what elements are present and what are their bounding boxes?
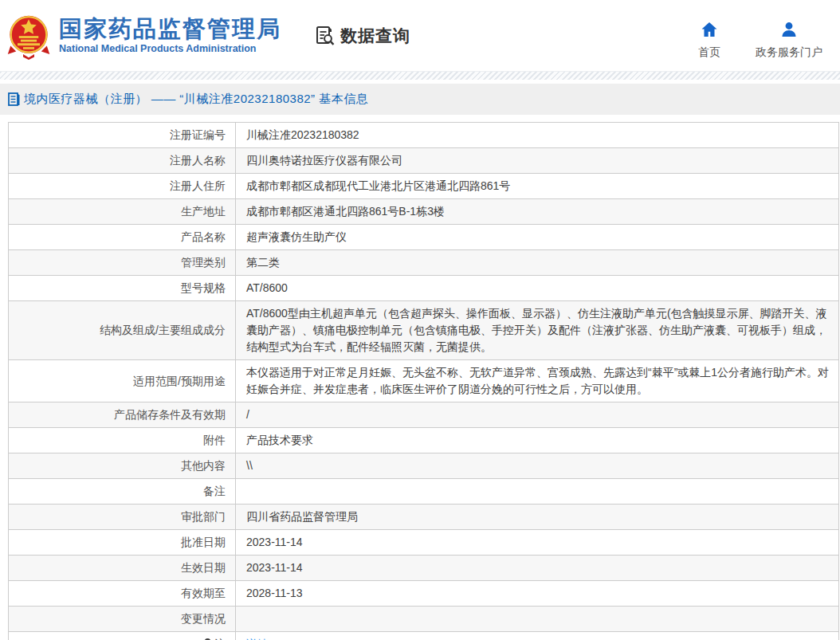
table-row: 产品储存条件及有效期/ (9, 402, 839, 428)
table-row: 产品名称超声液囊仿生助产仪 (9, 225, 839, 250)
row-label: 备注 (9, 479, 236, 505)
row-value: 成都市郫都区港通北四路861号B-1栋3楼 (236, 199, 839, 225)
row-value: 2023-11-14 (236, 556, 839, 581)
row-value: 第二类 (236, 250, 839, 276)
row-value: 四川省药品监督管理局 (236, 505, 839, 530)
header-nav: 首页 政务服务门户 (663, 20, 822, 60)
row-label: 注册人住所 (9, 174, 236, 199)
row-label: 注册人名称 (9, 148, 236, 174)
row-label: 审批部门 (9, 505, 236, 530)
row-value: 本仪器适用于对正常足月妊娠、无头盆不称、无软产道异常、宫颈成熟、先露达到“棘平”… (236, 360, 839, 402)
info-table: 注册证编号川械注准20232180382注册人名称四川奥特诺拉医疗仪器有限公司注… (8, 122, 839, 640)
table-row: 审批部门四川省药品监督管理局 (9, 505, 839, 530)
row-label: 产品储存条件及有效期 (9, 402, 236, 428)
row-value: 详情 (236, 632, 839, 640)
row-label: 适用范围/预期用途 (9, 360, 236, 402)
nav-home-label: 首页 (698, 45, 720, 60)
row-value: 四川奥特诺拉医疗仪器有限公司 (236, 148, 839, 174)
row-value: 2023-11-14 (236, 530, 839, 556)
row-label: 型号规格 (9, 276, 236, 301)
table-row: 结构及组成/主要组成成分AT/8600型由主机超声单元（包含超声探头、操作面板、… (9, 301, 839, 360)
data-query-label: 数据查询 (340, 25, 410, 47)
row-label: 变更情况 (9, 607, 236, 632)
data-query-section: 数据查询 (315, 25, 410, 47)
row-value: \\ (236, 453, 839, 479)
table-row: 适用范围/预期用途本仪器适用于对正常足月妊娠、无头盆不称、无软产道异常、宫颈成熟… (9, 360, 839, 402)
site-header: 国家药品监督管理局 National Medical Products Admi… (0, 0, 840, 71)
table-row: 有效期至2028-11-13 (9, 581, 839, 607)
row-label: 附件 (9, 428, 236, 453)
row-value: AT/8600 (236, 276, 839, 301)
row-value: 成都市郫都区成都现代工业港北片区港通北四路861号 (236, 174, 839, 199)
table-row: 备注 (9, 479, 839, 505)
row-value: AT/8600型由主机超声单元（包含超声探头、操作面板、显示器）、仿生注液助产单… (236, 301, 839, 360)
row-value: 超声液囊仿生助产仪 (236, 225, 839, 250)
user-icon (779, 20, 799, 39)
table-row: 型号规格AT/8600 (9, 276, 839, 301)
row-value: 2028-11-13 (236, 581, 839, 607)
home-icon (700, 20, 719, 39)
row-label: 有效期至 (9, 581, 236, 607)
data-query-icon (315, 26, 336, 46)
breadcrumb-text: 境内医疗器械（注册） —— “川械注准20232180382” 基本信息 (24, 92, 368, 107)
nmpa-emblem-logo (6, 14, 51, 60)
table-row: 注册人名称四川奥特诺拉医疗仪器有限公司 (9, 148, 839, 174)
row-label: 注册证编号 (9, 123, 236, 148)
site-title: 国家药品监督管理局 (59, 16, 281, 41)
table-row: 附件产品技术要求 (9, 428, 839, 453)
row-label: 其他内容 (9, 453, 236, 479)
nav-home[interactable]: 首页 (698, 20, 720, 60)
row-label: 管理类别 (9, 250, 236, 276)
table-row: 批准日期2023-11-14 (9, 530, 839, 556)
divider-hatch (0, 71, 840, 80)
row-label: 结构及组成/主要组成成分 (9, 301, 236, 360)
table-row: 变更情况 (9, 607, 839, 632)
table-row: 注册人住所成都市郫都区成都现代工业港北片区港通北四路861号 (9, 174, 839, 199)
row-value: / (236, 402, 839, 428)
table-row: 注册证编号川械注准20232180382 (9, 123, 839, 148)
nmpa-logo-link[interactable]: 国家药品监督管理局 National Medical Products Admi… (6, 12, 281, 60)
table-row: 生效日期2023-11-14 (9, 556, 839, 581)
table-row: 其他内容\\ (9, 453, 839, 479)
nav-portal-label: 政务服务门户 (756, 45, 822, 60)
row-value (236, 479, 839, 505)
document-icon (8, 92, 20, 106)
row-label: 批准日期 (9, 530, 236, 556)
table-row: 注详情 (9, 632, 839, 640)
breadcrumb: 境内医疗器械（注册） —— “川械注准20232180382” 基本信息 (0, 84, 840, 115)
row-label: 注 (9, 632, 236, 640)
row-label: 生产地址 (9, 199, 236, 225)
table-row: 管理类别第二类 (9, 250, 839, 276)
table-row: 生产地址成都市郫都区港通北四路861号B-1栋3楼 (9, 199, 839, 225)
site-subtitle: National Medical Products Administration (59, 42, 281, 55)
row-value: 川械注准20232180382 (236, 123, 839, 148)
row-label: 生效日期 (9, 556, 236, 581)
nav-portal[interactable]: 政务服务门户 (756, 20, 822, 60)
row-value (236, 607, 839, 632)
row-value: 产品技术要求 (236, 428, 839, 453)
row-label: 产品名称 (9, 225, 236, 250)
